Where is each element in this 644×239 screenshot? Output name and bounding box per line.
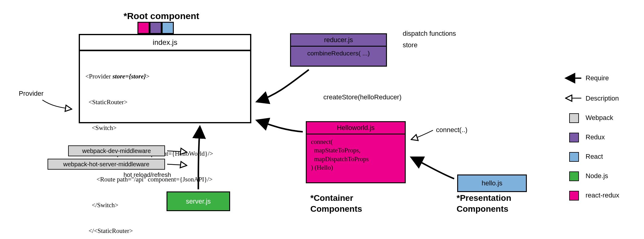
swatch-magenta [137,22,150,34]
code-line3: <Switch> [85,124,245,132]
arrow-reducer-to-index [257,70,309,101]
legend-require-label: Require [586,74,609,82]
server-js-box: server.js [167,191,230,211]
legend-swatch-react [569,152,579,162]
create-store-label: createStore(helloReducer) [323,93,401,101]
hello-js-box: hello.js [457,174,527,192]
connect-label: connect(..) [436,126,467,134]
legend-react-label: React [586,153,603,161]
provider-label: Provider [19,90,44,98]
webpack-hot-server-middleware-label: webpack-hot-server-middleware [63,161,150,168]
legend-nodejs-label: Node.js [586,172,608,180]
server-js-title: server.js [186,198,211,205]
code-line2: <StaticRouter> [85,98,245,106]
legend-swatch-nodejs [569,171,579,181]
legend-description-label: Description [586,95,619,102]
reducer-js-title: reducer.js [291,34,386,47]
arrow-connect-description [412,130,433,139]
hello-js-title: hello.js [482,179,502,187]
code-line1c: > [146,73,150,80]
legend-swatch-react-redux [569,191,579,201]
dispatch-functions-label: dispatch functions [403,30,456,38]
helloworld-js-body: connect( mapStateToProps, mapDispatchToP… [307,134,405,175]
code-line7: </<StaticRouter> [85,227,245,235]
swatch-blue [162,22,174,34]
root-component-title: *Root component [124,11,199,21]
webpack-hot-server-middleware-box: webpack-hot-server-middleware [48,159,165,170]
webpack-dev-middleware-box: webpack-dev-middleware [68,145,165,156]
legend-react-redux-label: react-redux [586,191,619,199]
index-js-box: index.js <Provider store={store}> <Stati… [79,34,251,123]
legend-swatch-webpack [569,113,579,123]
code-line1a: <Provider [85,73,112,80]
arrow-hello-to-helloworld [412,158,454,179]
hot-reload-note: hot reload/refresh [124,171,171,178]
arrow-helloworld-to-index [257,121,303,132]
swatch-purple [150,22,162,34]
store-label: store [403,41,418,49]
arrow-provider-description [42,100,71,109]
reducer-js-body: combineReducers( ...) [291,47,386,60]
presentation-components-title: *Presentation Components [457,193,511,215]
index-js-title: index.js [80,35,250,51]
helloworld-js-box: Helloworld.js connect( mapStateToProps, … [306,121,406,183]
container-components-title: *Container Components [310,193,362,215]
legend-redux-label: Redux [586,133,605,141]
helloworld-js-title: Helloworld.js [307,122,405,134]
legend-webpack-label: Webpack [586,114,613,122]
reducer-js-box: reducer.js combineReducers( ...) [290,33,387,67]
webpack-dev-middleware-label: webpack-dev-middleware [82,148,151,154]
code-line1b: store={store} [112,73,146,80]
legend-swatch-redux [569,133,579,142]
